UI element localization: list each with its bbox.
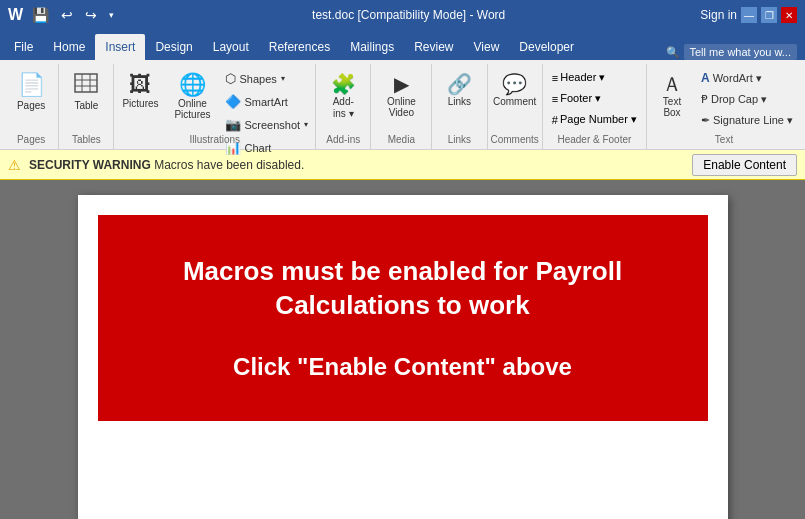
ribbon-group-text: Ａ TextBox A WordArt ▾ Ᵽ Drop Cap ▾ ✒ Sig… [647, 64, 801, 149]
page-number-icon: # [552, 114, 558, 126]
online-pictures-button[interactable]: 🌐 Online Pictures [166, 68, 218, 124]
comments-group-label: Comments [488, 134, 542, 145]
screenshot-label: Screenshot [244, 119, 300, 131]
tab-layout[interactable]: Layout [203, 34, 259, 60]
header-icon: ≡ [552, 72, 558, 84]
ribbon-group-pages: 📄 Pages Pages [4, 64, 59, 149]
ribbon-group-illustrations: 🖼 Pictures 🌐 Online Pictures ⬡ Shapes ▾ … [114, 64, 316, 149]
qat-dropdown-btn[interactable]: ▾ [106, 8, 117, 22]
document-headline: Macros must be enabled for Payroll Calcu… [128, 255, 678, 323]
tab-design[interactable]: Design [145, 34, 202, 60]
undo-btn[interactable]: ↩ [58, 5, 76, 25]
pictures-button[interactable]: 🖼 Pictures [116, 68, 164, 114]
online-video-icon: ▶ [394, 72, 409, 96]
search-icon: 🔍 [666, 46, 680, 59]
textbox-button[interactable]: Ａ TextBox [650, 68, 694, 122]
save-quick-btn[interactable]: 💾 [29, 5, 52, 25]
media-group-label: Media [371, 134, 431, 145]
screenshot-icon: 📷 [225, 117, 241, 132]
shapes-label: Shapes [239, 73, 276, 85]
ribbon-group-tables: Table Tables [59, 64, 114, 149]
title-bar-left: W 💾 ↩ ↪ ▾ [8, 5, 117, 25]
wordart-button[interactable]: A WordArt ▾ [696, 68, 798, 88]
pages-button[interactable]: 📄 Pages [9, 68, 53, 116]
ribbon: 📄 Pages Pages Table Tabl [0, 60, 805, 150]
shapes-dropdown-arrow: ▾ [281, 74, 285, 83]
textbox-icon: Ａ [662, 72, 682, 96]
dropcap-button[interactable]: Ᵽ Drop Cap ▾ [696, 90, 798, 109]
security-warning-text: SECURITY WARNING Macros have been disabl… [29, 158, 684, 172]
tab-mailings[interactable]: Mailings [340, 34, 404, 60]
document-subline: Click "Enable Content" above [128, 353, 678, 381]
dropcap-icon: Ᵽ [701, 93, 708, 106]
word-icon: W [8, 6, 23, 24]
pictures-icon: 🖼 [129, 72, 151, 98]
tab-file[interactable]: File [4, 34, 43, 60]
tab-developer[interactable]: Developer [509, 34, 584, 60]
links-group-label: Links [432, 134, 486, 145]
signature-icon: ✒ [701, 114, 710, 127]
screenshot-button[interactable]: 📷 Screenshot ▾ [220, 114, 313, 135]
tab-review[interactable]: Review [404, 34, 463, 60]
wordart-icon: A [701, 71, 710, 85]
pages-icon: 📄 [18, 72, 45, 98]
wordart-label: WordArt ▾ [713, 72, 762, 85]
footer-button[interactable]: ≡ Footer ▾ [547, 89, 642, 108]
comment-icon: 💬 [502, 72, 527, 96]
ribbon-group-addins: 🧩 Add-ins ▾ Add-ins [316, 64, 371, 149]
header-label: Header ▾ [560, 71, 605, 84]
document-content-box: Macros must be enabled for Payroll Calcu… [98, 215, 708, 421]
footer-label: Footer ▾ [560, 92, 601, 105]
dropcap-label: Drop Cap ▾ [711, 93, 767, 106]
header-button[interactable]: ≡ Header ▾ [547, 68, 642, 87]
links-label: Links [448, 96, 471, 108]
smartart-button[interactable]: 🔷 SmartArt [220, 91, 313, 112]
tab-insert[interactable]: Insert [95, 34, 145, 60]
footer-icon: ≡ [552, 93, 558, 105]
addins-icon: 🧩 [331, 72, 356, 96]
table-label: Table [74, 100, 98, 112]
document-title: test.doc [Compatibility Mode] - Word [117, 8, 700, 22]
hf-small-group: ≡ Header ▾ ≡ Footer ▾ # Page Number ▾ [547, 68, 642, 129]
addins-button[interactable]: 🧩 Add-ins ▾ [321, 68, 365, 124]
addins-group-label: Add-ins [316, 134, 370, 145]
tab-references[interactable]: References [259, 34, 340, 60]
screenshot-dropdown-arrow: ▾ [304, 120, 308, 129]
enable-content-button[interactable]: Enable Content [692, 154, 797, 176]
textbox-label: TextBox [663, 96, 681, 118]
links-icon: 🔗 [447, 72, 472, 96]
title-bar-right: Sign in — ❐ ✕ [700, 7, 797, 23]
title-bar: W 💾 ↩ ↪ ▾ test.doc [Compatibility Mode] … [0, 0, 805, 30]
links-button[interactable]: 🔗 Links [437, 68, 481, 112]
table-button[interactable]: Table [64, 68, 108, 116]
page-number-button[interactable]: # Page Number ▾ [547, 110, 642, 129]
security-warning-icon: ⚠ [8, 157, 21, 173]
table-icon [74, 73, 98, 98]
online-video-button[interactable]: ▶ OnlineVideo [376, 68, 426, 122]
signature-button[interactable]: ✒ Signature Line ▾ [696, 111, 798, 130]
text-group-label: Text [647, 134, 801, 145]
shapes-button[interactable]: ⬡ Shapes ▾ [220, 68, 313, 89]
comment-button[interactable]: 💬 Comment [493, 68, 537, 112]
text-small-group: A WordArt ▾ Ᵽ Drop Cap ▾ ✒ Signature Lin… [696, 68, 798, 130]
addins-label: Add-ins ▾ [333, 96, 354, 120]
smartart-label: SmartArt [244, 96, 287, 108]
online-pictures-label: Online Pictures [169, 98, 215, 120]
close-btn[interactable]: ✕ [781, 7, 797, 23]
online-video-label: OnlineVideo [387, 96, 416, 118]
page-number-label: Page Number ▾ [560, 113, 637, 126]
tables-group-label: Tables [59, 134, 113, 145]
redo-btn[interactable]: ↪ [82, 5, 100, 25]
document-page: Macros must be enabled for Payroll Calcu… [78, 195, 728, 519]
tab-home[interactable]: Home [43, 34, 95, 60]
ribbon-group-comments: 💬 Comment Comments [488, 64, 543, 149]
smartart-icon: 🔷 [225, 94, 241, 109]
tell-me-input[interactable]: Tell me what you w... [684, 44, 798, 60]
restore-btn[interactable]: ❐ [761, 7, 777, 23]
comment-label: Comment [493, 96, 536, 108]
illustrations-group-label: Illustrations [114, 134, 315, 145]
tab-view[interactable]: View [464, 34, 510, 60]
pages-group-label: Pages [4, 134, 58, 145]
signin-link[interactable]: Sign in [700, 8, 737, 22]
minimize-btn[interactable]: — [741, 7, 757, 23]
